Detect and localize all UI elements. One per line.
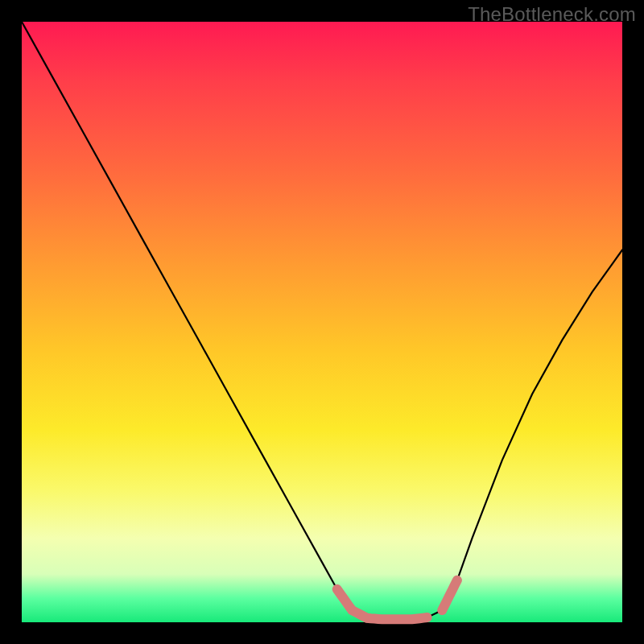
highlight-spot bbox=[442, 580, 457, 610]
chart-outer-frame: TheBottleneck.com bbox=[0, 0, 644, 644]
highlight-flat-minimum bbox=[337, 589, 427, 619]
chart-curve-layer bbox=[22, 22, 622, 622]
watermark-text: TheBottleneck.com bbox=[468, 3, 636, 26]
bottleneck-curve bbox=[22, 22, 622, 619]
